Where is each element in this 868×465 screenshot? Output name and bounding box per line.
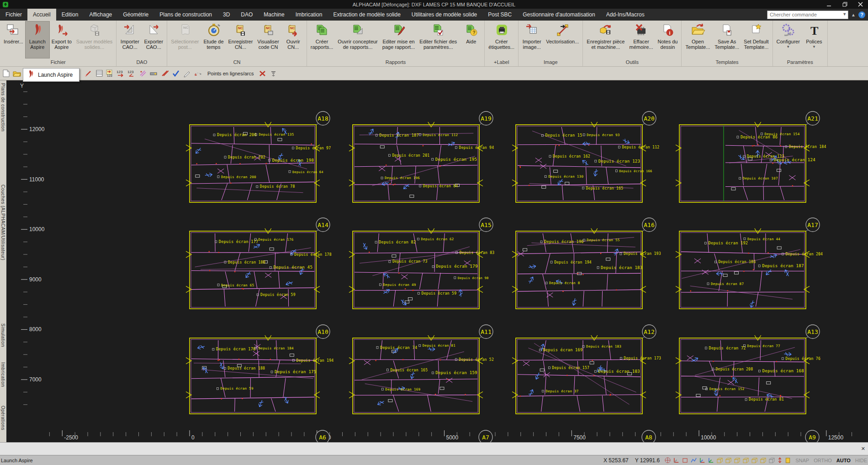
open-template-button[interactable]: Open Template... — [683, 21, 712, 58]
dimension2-icon[interactable] — [777, 457, 783, 464]
tab-utilitaires-de-mod-le-solide[interactable]: Utilitaires de modèle solide — [406, 9, 482, 21]
create-labels-button[interactable]: Créer étiquettes... — [486, 21, 517, 58]
view-right-icon[interactable] — [751, 457, 758, 464]
new-file-icon[interactable] — [1, 69, 11, 79]
default-template-button[interactable]: Set Default Template... — [741, 21, 771, 58]
drawing-notes-button[interactable]: iNotes du dessin — [655, 21, 680, 58]
time-study-button[interactable]: Etude de temps — [201, 21, 226, 58]
red-pencil-icon[interactable] — [83, 69, 93, 79]
check-icon[interactable] — [171, 69, 181, 79]
restore-button[interactable] — [837, 0, 852, 9]
fonts-button[interactable]: TPolices▼ — [802, 21, 826, 58]
command-search-input[interactable] — [767, 11, 848, 19]
node-edit-icon[interactable] — [193, 69, 203, 79]
open-folder-icon[interactable] — [12, 69, 22, 79]
grid-list-icon[interactable] — [94, 69, 104, 79]
numbers-import-icon[interactable]: 123 — [116, 69, 126, 79]
hatch-icon[interactable] — [138, 69, 148, 79]
tab-3d[interactable]: 3D — [217, 9, 235, 21]
insert-button[interactable]: Insérer... — [1, 21, 26, 58]
help-icon[interactable]: ? — [858, 11, 865, 18]
drawing-canvas[interactable]: Y120001100010000900080007000-25000250050… — [6, 80, 868, 442]
filter-icon[interactable] — [269, 69, 279, 79]
tab-fichier[interactable]: Fichier — [0, 9, 27, 21]
horizontal-scrollbar[interactable]: ✕ — [0, 442, 868, 455]
tab-plans-de-construction[interactable]: Plans de construction — [154, 9, 217, 21]
tab-post-sbc[interactable]: Post SBC — [482, 9, 517, 21]
search-dropdown-icon[interactable]: ▼ — [842, 12, 847, 16]
tab-imbrication[interactable]: Imbrication — [290, 9, 328, 21]
tab-dao[interactable]: DAO — [235, 9, 258, 21]
part-label: Depuis écran 200 — [221, 175, 256, 179]
dimension-icon[interactable] — [149, 69, 159, 79]
delete-red-x-icon[interactable] — [258, 69, 268, 79]
toggle-ortho[interactable]: ORTHO — [814, 458, 832, 463]
toggle-hide[interactable]: HIDE — [855, 458, 867, 463]
tab-affichage[interactable]: Affichage — [84, 9, 117, 21]
tab-add-ins-macros[interactable]: Add-Ins/Macros — [601, 9, 650, 21]
save-part-machine-button[interactable]: Enregistrer pièce et machine... — [584, 21, 627, 58]
select-post-icon: NC — [178, 23, 192, 37]
vectorize-icon — [555, 23, 570, 37]
clear-memory-button[interactable]: Effacer mémoire... — [627, 21, 655, 58]
open-nc-button[interactable]: NCOuvrir CN... — [281, 21, 305, 58]
material-icon[interactable] — [785, 457, 791, 464]
save-nc-button[interactable]: NCEnregistrer CN... — [226, 21, 255, 58]
report-params-button[interactable]: Editer fichier des paramètres... — [417, 21, 459, 58]
close-button[interactable] — [852, 0, 868, 9]
aspire-flame-button[interactable]: Launch Aspire — [26, 21, 49, 58]
svg-text:123: 123 — [107, 74, 112, 77]
tab-gestionnaire-d-automatisation[interactable]: Gestionnaire d'automatisation — [517, 9, 600, 21]
tab-accueil[interactable]: Accueil — [27, 9, 56, 21]
aspire-export-button[interactable]: Export to Aspire — [49, 21, 74, 58]
toggle-snap[interactable]: SNAP — [795, 458, 809, 463]
scrollbar-close-icon[interactable]: ✕ — [861, 446, 865, 452]
chevron-down-icon: ▼ — [786, 45, 790, 49]
select-post-button[interactable]: NCSélectionner post... — [169, 21, 201, 58]
side-tab-plans-de-construction[interactable]: Plans de construction — [0, 83, 5, 132]
view-bottom-icon[interactable] — [760, 457, 767, 464]
part-label: Depuis écran 94 — [459, 145, 494, 150]
polyline-icon[interactable] — [690, 457, 697, 464]
tab-g-om-trie[interactable]: Géométrie — [117, 9, 154, 21]
save-solids-button[interactable]: Sauver modèles solides... — [74, 21, 115, 58]
axes-xyz-icon[interactable] — [699, 457, 706, 464]
report-designer-button[interactable]: Ouvrir concepteur de rapports... — [335, 21, 380, 58]
tab-extraction-de-mod-le-solide[interactable]: Extraction de modèle solide — [328, 9, 406, 21]
saveas-template-button[interactable]: Save As Template... — [712, 21, 741, 58]
ribbon-pin-icon[interactable]: ▲ — [851, 12, 856, 17]
numbers-save-icon[interactable]: 123 — [105, 69, 115, 79]
tab-edition[interactable]: Edition — [56, 9, 84, 21]
view-front-icon[interactable] — [725, 457, 732, 464]
configure-button[interactable]: Configurer▼ — [774, 21, 802, 58]
vectorize-button[interactable]: Vectorisation... — [544, 21, 581, 58]
report-help-button[interactable]: ?Aide — [459, 21, 483, 58]
side-tab-imbrication[interactable]: Imbrication — [0, 362, 5, 387]
side-tab-op-rations[interactable]: Opérations — [0, 406, 5, 430]
break-icon[interactable] — [160, 69, 170, 79]
minimize-button[interactable] — [821, 0, 837, 9]
report-create-button[interactable]: Créer rapports... — [308, 21, 336, 58]
ribbon-button-label: Enregistrer CN... — [228, 39, 253, 50]
plan-view-icon[interactable] — [682, 457, 688, 464]
ucs-icon[interactable] — [673, 457, 680, 464]
toggle-auto[interactable]: AUTO — [836, 458, 851, 463]
import-cad-button[interactable]: Importer CAO... — [118, 21, 142, 58]
view-back-icon[interactable] — [734, 457, 741, 464]
view-nc-button[interactable]: NCVisualiser code CN — [255, 21, 281, 58]
view-left-icon[interactable] — [742, 457, 749, 464]
pen-icon[interactable] — [182, 69, 192, 79]
import-image-button[interactable]: Importer image... — [520, 21, 544, 58]
axes-yz-icon[interactable] — [708, 457, 715, 464]
side-tab-couches-alphacam-utilisateur-[interactable]: Couches (ALPHACAM/Utilisateur) — [0, 185, 5, 260]
tab-machine[interactable]: Machine — [258, 9, 290, 21]
report-layout-button[interactable]: Editer mise en page rapport... — [380, 21, 418, 58]
view-top-icon[interactable] — [716, 457, 723, 464]
part-label: Depuis écran 130 — [548, 174, 583, 179]
part-label: Depuis écran 175 — [275, 370, 317, 374]
view-3d-icon[interactable] — [768, 457, 775, 464]
view-iso-icon[interactable] — [664, 457, 671, 464]
numbers-rotate-icon[interactable]: 123 — [127, 69, 137, 79]
export-cad-button[interactable]: Exporter CAO... — [142, 21, 165, 58]
side-tab-simulation[interactable]: Simulation — [0, 323, 5, 347]
